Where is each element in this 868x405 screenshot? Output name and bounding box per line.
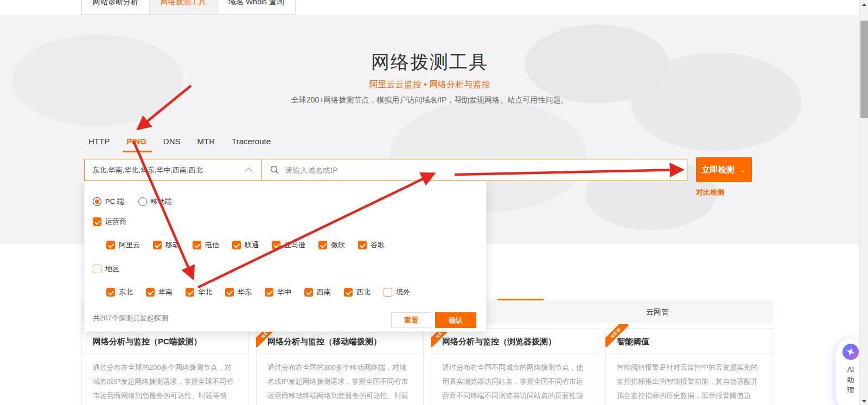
active-section-tab-underline	[497, 299, 544, 300]
page-subtitle: 阿里云云监控 • 网络分析与监控	[0, 79, 859, 91]
checkbox-microsoft[interactable]: 微软	[318, 240, 345, 250]
operator-options-row: 阿里云 移动 电信 联通 亚马逊 微软	[106, 240, 385, 250]
checkbox-east-china[interactable]: 华东	[225, 287, 252, 297]
checkbox-icon	[384, 288, 392, 297]
checkbox-label: 阿里云	[119, 240, 140, 250]
radio-icon	[93, 197, 101, 206]
card-title: 网络分析与监控（浏览器拨测）	[431, 329, 598, 354]
page-title: 网络拨测工具	[0, 50, 859, 75]
radio-pc-label: PC 端	[105, 197, 124, 207]
card-browser-probe[interactable]: NEW 网络分析与监控（浏览器拨测） 通过分布在全国不同城市的网络拨测节点，使用…	[431, 328, 598, 405]
card-description: 智能阈值报警是针对云监控中的云资源实例的监控指标推出的智能报警功能，其自动适配并…	[606, 354, 773, 405]
checkbox-label: 微软	[331, 240, 345, 250]
radio-mobile[interactable]: 移动端	[138, 197, 172, 207]
card-title: 智能阈值	[606, 329, 773, 354]
checkbox-north-china[interactable]: 华北	[186, 287, 212, 297]
checkbox-china-mobile[interactable]: 移动	[153, 240, 180, 250]
ai-assistant-label: AI 助理	[845, 364, 857, 395]
ai-assistant-icon	[843, 344, 859, 360]
host-input[interactable]	[285, 166, 687, 175]
compare-detect-link[interactable]: 对比检测	[696, 188, 724, 197]
checkbox-icon	[318, 241, 327, 249]
scrollbar-down-arrow-icon[interactable]	[862, 400, 866, 403]
checkbox-label: 移动	[165, 240, 180, 250]
card-description: 通过分布在全球的200多个网络拨测节点，对域名或IP发起网络拨测请求，掌握全球不…	[82, 354, 248, 405]
card-pc-probe[interactable]: 网络分析与监控（PC端拨测） 通过分布在全球的200多个网络拨测节点，对域名或I…	[81, 328, 249, 405]
checkbox-northwest[interactable]: 西北	[344, 287, 371, 297]
tool-tabs: 网站诊断分析 网络拨测工具 域名 Whois 查询	[81, 0, 296, 15]
checkbox-icon	[153, 241, 162, 249]
card-smart-threshold[interactable]: NEW 智能阈值 智能阈值报警是针对云监控中的云资源实例的监控指标推出的智能报警…	[605, 328, 773, 405]
arrow-right-icon: →	[738, 165, 746, 175]
card-description: 通过分布在全国的300多个移动网终端，对域名或IP发起网络拨测请求，掌握全国不同…	[257, 354, 423, 405]
checkbox-icon	[344, 288, 353, 297]
card-mobile-probe[interactable]: NEW 网络分析与监控（移动端拨测） 通过分布在全国的300多个移动网终端，对域…	[256, 328, 424, 405]
tab-ping[interactable]: PING	[126, 137, 146, 152]
tab-http[interactable]: HTTP	[88, 137, 110, 152]
scrollbar-up-arrow-icon[interactable]	[862, 3, 866, 6]
tab-dns[interactable]: DNS	[163, 137, 181, 152]
tab-cloud-network-manager[interactable]: 云网管	[646, 307, 669, 317]
new-badge: NEW	[605, 324, 628, 347]
checkbox-icon	[93, 217, 101, 226]
checkbox-icon	[265, 288, 273, 297]
probe-point-dropdown-panel: PC 端 移动端 运营商 阿里云 移动 电信	[84, 181, 487, 332]
checkbox-label: 东北	[119, 287, 133, 297]
card-title: 网络分析与监控（移动端拨测）	[257, 329, 423, 354]
page: 网站诊断分析 网络拨测工具 域名 Whois 查询 网络拨测工具 阿里云云监控 …	[0, 0, 868, 405]
checkbox-label: 境外	[396, 287, 410, 297]
probe-point-count: 共207个探测点发起探测	[93, 313, 168, 323]
device-type-row: PC 端 移动端	[93, 197, 172, 207]
checkbox-icon	[106, 241, 115, 249]
checkbox-icon	[146, 288, 155, 297]
regions-group-label: 地区	[105, 264, 119, 274]
page-description: 全球200+网络拨测节点，模拟用户访问域名/IP，帮助发现网络、站点可用性问题。	[0, 95, 859, 105]
checkbox-label: 华东	[238, 287, 252, 297]
checkbox-icon	[186, 288, 194, 297]
checkbox-central-china[interactable]: 华中	[265, 287, 291, 297]
checkbox-label: 华南	[158, 287, 173, 297]
checkbox-operators-group[interactable]: 运营商	[93, 217, 126, 227]
region-select-value: 东北,华南,华北,华东,华中,西南,西北	[92, 165, 246, 175]
checkbox-icon	[232, 241, 241, 249]
card-description: 通过分布在全国不同城市的网络拨测节点，使用真实浏览器访问站点，掌握全国不同省市运…	[431, 354, 598, 405]
chevron-up-icon	[245, 168, 252, 175]
checkbox-icon	[358, 241, 367, 249]
tab-mtr[interactable]: MTR	[197, 137, 215, 152]
vertical-scrollbar[interactable]	[859, 0, 868, 405]
radio-mobile-label: 移动端	[151, 197, 172, 207]
checkbox-northeast[interactable]: 东北	[106, 287, 133, 297]
region-select[interactable]: 东北,华南,华北,华东,华中,西南,西北	[84, 159, 261, 181]
product-cards: 网络分析与监控（PC端拨测） 通过分布在全球的200多个网络拨测节点，对域名或I…	[81, 328, 773, 405]
radio-pc[interactable]: PC 端	[93, 197, 124, 207]
checkbox-icon	[272, 241, 280, 249]
checkbox-overseas[interactable]: 境外	[384, 287, 410, 297]
tab-whois-query[interactable]: 域名 Whois 查询	[217, 0, 295, 14]
checkbox-southwest[interactable]: 西南	[304, 287, 331, 297]
checkbox-label: 西南	[317, 287, 331, 297]
radio-icon	[138, 197, 147, 206]
reset-button[interactable]: 重置	[391, 312, 431, 328]
probe-type-tabs: HTTP PING DNS MTR Traceroute	[88, 137, 271, 152]
checkbox-south-china[interactable]: 华南	[146, 287, 173, 297]
checkbox-icon	[225, 288, 234, 297]
checkbox-label: 电信	[205, 240, 219, 250]
tab-network-probe-tool[interactable]: 网络拨测工具	[149, 0, 217, 14]
checkbox-amazon[interactable]: 亚马逊	[272, 240, 305, 250]
checkbox-google[interactable]: 谷歌	[358, 240, 385, 250]
checkbox-china-unicom[interactable]: 联通	[232, 240, 259, 250]
scrollbar-thumb[interactable]	[860, 21, 868, 118]
checkbox-icon	[193, 241, 201, 249]
detect-now-button[interactable]: 立即检测 →	[696, 157, 752, 182]
region-options-row: 东北 华南 华北 华东 华中 西南	[106, 287, 410, 297]
operators-group-label: 运营商	[105, 217, 126, 227]
checkbox-aliyun[interactable]: 阿里云	[106, 240, 140, 250]
card-title: 网络分析与监控（PC端拨测）	[82, 329, 248, 354]
checkbox-label: 华北	[198, 287, 212, 297]
confirm-button[interactable]: 确认	[435, 312, 476, 328]
tab-site-diagnosis[interactable]: 网站诊断分析	[82, 0, 149, 14]
tab-traceroute[interactable]: Traceroute	[232, 137, 271, 152]
checkbox-regions-group[interactable]: 地区	[93, 264, 119, 274]
checkbox-label: 华中	[277, 287, 291, 297]
checkbox-china-telecom[interactable]: 电信	[193, 240, 219, 250]
